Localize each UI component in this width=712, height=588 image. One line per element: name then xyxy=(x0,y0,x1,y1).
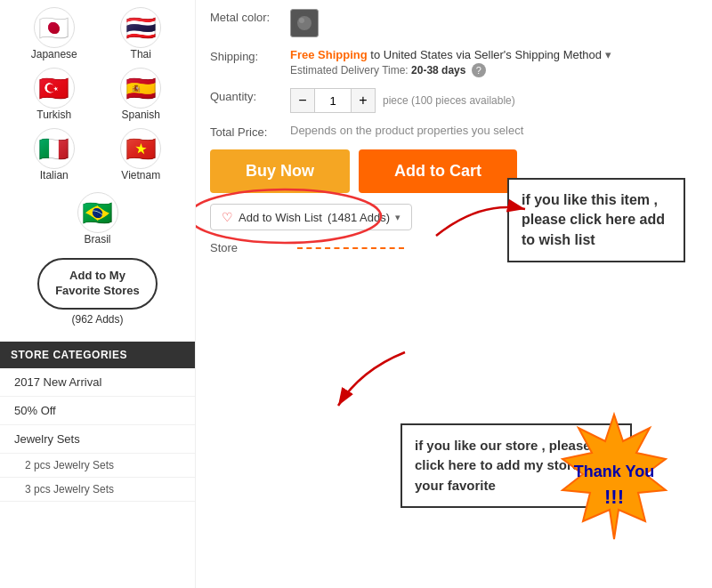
svg-text:Thank You: Thank You xyxy=(574,463,654,480)
shipping-free-text: Free Shipping xyxy=(290,48,368,61)
sidebar: 🇯🇵 Japanese 🇹🇭 Thai 🇹🇷 Turkish 🇪🇸 Spanis… xyxy=(0,0,196,588)
lang-spanish[interactable]: 🇪🇸 Spanish xyxy=(101,68,182,121)
add-to-cart-button[interactable]: Add to Cart xyxy=(359,149,517,193)
add-to-wishlist-button[interactable]: ♡ Add to Wish List (1481 Adds) ▾ xyxy=(210,204,412,230)
wishlist-annotation-box: if you like this item , please click her… xyxy=(507,178,685,262)
quantity-input[interactable] xyxy=(315,88,351,113)
category-jewelry-sets[interactable]: Jewelry Sets xyxy=(0,425,195,454)
quantity-controls: − + piece (100 pieces available) xyxy=(290,88,698,113)
wishlist-dropdown-icon[interactable]: ▾ xyxy=(395,212,400,223)
category-3pcs-jewelry[interactable]: 3 pcs Jewelry Sets xyxy=(0,478,195,502)
delivery-help-icon[interactable]: ? xyxy=(472,63,486,77)
favorite-count: (962 Adds) xyxy=(71,313,123,326)
product-main: Metal color: Shipping: Free Shipping to … xyxy=(196,0,712,588)
metal-color-value xyxy=(290,9,698,37)
lang-italian[interactable]: 🇮🇹 Italian xyxy=(14,128,94,181)
thankyou-section: Thank You !!! xyxy=(543,410,685,552)
shipping-method-text: to United States via Seller's Shipping M… xyxy=(370,48,604,61)
svg-point-2 xyxy=(299,18,304,23)
buy-now-button[interactable]: Buy Now xyxy=(210,149,350,193)
lang-thai[interactable]: 🇹🇭 Thai xyxy=(101,7,182,60)
store-link-placeholder xyxy=(297,247,404,249)
wishlist-count: (1481 Adds) xyxy=(328,211,390,224)
store-arrow xyxy=(325,343,414,415)
quantity-decrease-button[interactable]: − xyxy=(290,88,315,113)
add-favorite-section: Add to MyFavorite Stores (962 Adds) xyxy=(0,249,195,334)
store-label: Store xyxy=(210,241,290,254)
lang-vietnam[interactable]: 🇻🇳 Vietnam xyxy=(101,128,182,181)
shipping-label: Shipping: xyxy=(210,48,290,63)
language-grid: 🇯🇵 Japanese 🇹🇭 Thai 🇹🇷 Turkish 🇪🇸 Spanis… xyxy=(0,0,195,189)
quantity-increase-button[interactable]: + xyxy=(351,88,376,113)
quantity-value: − + piece (100 pieces available) xyxy=(290,88,698,113)
total-price-value: Depends on the product properties you se… xyxy=(290,124,698,137)
shipping-dropdown-icon[interactable]: ▾ xyxy=(605,48,611,61)
add-favorite-button[interactable]: Add to MyFavorite Stores xyxy=(37,258,158,310)
lang-turkish[interactable]: 🇹🇷 Turkish xyxy=(14,68,94,121)
category-2pcs-jewelry[interactable]: 2 pcs Jewelry Sets xyxy=(0,454,195,478)
thankyou-starburst: Thank You !!! xyxy=(543,410,685,552)
svg-text:!!!: !!! xyxy=(604,486,624,508)
metal-color-label: Metal color: xyxy=(210,9,290,24)
quantity-available: piece (100 pieces available) xyxy=(383,94,515,107)
store-categories-header: STORE CATEGORIES xyxy=(0,342,195,368)
wishlist-annotation-text: if you like this item , please click her… xyxy=(522,190,671,250)
quantity-row: Quantity: − + piece (100 pieces availabl… xyxy=(210,88,698,113)
category-new-arrival[interactable]: 2017 New Arrival xyxy=(0,368,195,397)
total-price-label: Total Price: xyxy=(210,124,290,139)
metal-color-row: Metal color: xyxy=(210,9,698,37)
shipping-value: Free Shipping to United States via Selle… xyxy=(290,48,698,77)
metal-color-swatch[interactable] xyxy=(290,9,319,37)
delivery-info: Estimated Delivery Time: 20-38 days ? xyxy=(290,63,698,77)
shipping-row: Shipping: Free Shipping to United States… xyxy=(210,48,698,77)
lang-brasil[interactable]: 🇧🇷 Brasil xyxy=(77,192,118,246)
category-50-off[interactable]: 50% Off xyxy=(0,397,195,425)
wishlist-label: Add to Wish List xyxy=(239,211,322,224)
lang-japanese[interactable]: 🇯🇵 Japanese xyxy=(14,7,94,60)
svg-point-1 xyxy=(297,16,312,30)
heart-icon: ♡ xyxy=(222,210,233,224)
quantity-label: Quantity: xyxy=(210,88,290,103)
delivery-days: 20-38 days xyxy=(411,64,465,77)
total-price-row: Total Price: Depends on the product prop… xyxy=(210,124,698,139)
